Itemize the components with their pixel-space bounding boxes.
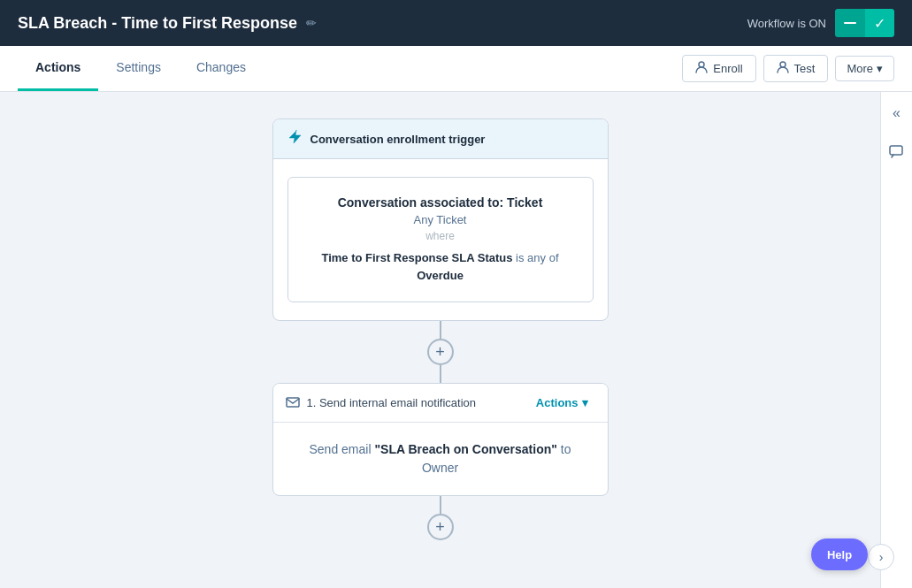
collapse-sidebar-btn[interactable]: « bbox=[885, 101, 909, 126]
help-button[interactable]: Help bbox=[811, 538, 868, 570]
tab-changes[interactable]: Changes bbox=[179, 46, 264, 91]
enroll-icon bbox=[695, 61, 708, 76]
trigger-header-text: Conversation enrollment trigger bbox=[310, 133, 486, 146]
tab-settings[interactable]: Settings bbox=[98, 46, 179, 91]
action-desc-quoted: "SLA Breach on Conversation" bbox=[374, 442, 556, 456]
trigger-card: Conversation enrollment trigger Conversa… bbox=[272, 118, 609, 321]
chevron-right-icon: › bbox=[879, 550, 884, 564]
svg-point-1 bbox=[699, 62, 704, 67]
comments-btn[interactable] bbox=[885, 140, 909, 164]
action-desc-owner: Owner bbox=[422, 461, 458, 475]
nav-bar: Actions Settings Changes Enroll Test bbox=[0, 46, 912, 92]
workflow-content: Conversation enrollment trigger Conversa… bbox=[149, 118, 732, 540]
action-header-left: 1. Send internal email notification bbox=[286, 395, 477, 410]
enroll-button[interactable]: Enroll bbox=[682, 55, 755, 82]
trigger-condition-value: Overdue bbox=[417, 269, 464, 282]
nav-tabs: Actions Settings Changes bbox=[18, 46, 264, 91]
more-chevron-icon: ▾ bbox=[877, 62, 883, 75]
trigger-condition: Time to First Response SLA Status is any… bbox=[306, 249, 575, 284]
action-card: 1. Send internal email notification Acti… bbox=[272, 383, 609, 496]
person-icon bbox=[695, 61, 708, 73]
add-step-btn-1[interactable]: + bbox=[427, 339, 454, 365]
envelope-icon bbox=[286, 397, 300, 408]
trigger-body: Conversation associated to: Ticket Any T… bbox=[273, 159, 608, 320]
test-icon bbox=[777, 61, 789, 76]
trigger-inner-card[interactable]: Conversation associated to: Ticket Any T… bbox=[287, 177, 594, 302]
email-icon bbox=[286, 395, 300, 410]
add-step-btn-2[interactable]: + bbox=[427, 514, 454, 540]
toggle-left[interactable] bbox=[835, 9, 865, 37]
svg-rect-3 bbox=[287, 398, 299, 407]
action-dropdown-label: Actions bbox=[536, 396, 579, 409]
connector-line-3 bbox=[440, 496, 441, 514]
toggle-right[interactable]: ✓ bbox=[865, 9, 894, 37]
trigger-any-ticket: Any Ticket bbox=[306, 213, 575, 226]
action-desc-suffix: to bbox=[557, 442, 571, 456]
test-button[interactable]: Test bbox=[763, 55, 829, 82]
dropdown-chevron-icon: ▾ bbox=[582, 396, 588, 409]
person-icon-2 bbox=[777, 61, 789, 73]
action-header: 1. Send internal email notification Acti… bbox=[273, 384, 608, 423]
connector-2: + bbox=[427, 496, 454, 540]
page-title: SLA Breach - Time to First Response bbox=[18, 14, 297, 33]
trigger-condition-prefix: Time to First Response SLA Status bbox=[321, 251, 512, 264]
action-description: Send email "SLA Breach on Conversation" … bbox=[291, 440, 590, 477]
workflow-toggle-btn[interactable]: ✓ bbox=[835, 9, 894, 37]
main-canvas: Conversation enrollment trigger Conversa… bbox=[0, 92, 912, 588]
trigger-icon bbox=[287, 130, 303, 148]
action-dropdown-btn[interactable]: Actions ▾ bbox=[529, 393, 595, 413]
enroll-label: Enroll bbox=[713, 62, 742, 75]
toggle-line-icon bbox=[844, 19, 856, 27]
trigger-where: where bbox=[306, 230, 575, 242]
tab-actions[interactable]: Actions bbox=[18, 46, 98, 91]
trigger-association: Conversation associated to: Ticket bbox=[306, 195, 575, 210]
trigger-condition-middle: is any of bbox=[516, 251, 558, 264]
connector-line-1 bbox=[440, 321, 441, 339]
next-page-btn[interactable]: › bbox=[868, 544, 894, 570]
chat-icon bbox=[889, 145, 905, 159]
nav-actions: Enroll Test More ▾ bbox=[682, 55, 894, 82]
action-title: 1. Send internal email notification bbox=[307, 396, 477, 409]
collapse-icon: « bbox=[893, 105, 901, 121]
svg-point-2 bbox=[780, 62, 786, 67]
more-button[interactable]: More ▾ bbox=[835, 56, 894, 81]
help-label: Help bbox=[827, 548, 852, 561]
connector-1: + bbox=[427, 321, 454, 383]
connector-line-2 bbox=[440, 365, 441, 383]
right-sidebar: « bbox=[880, 92, 912, 588]
action-desc-prefix: Send email bbox=[310, 442, 375, 456]
canvas-area: Conversation enrollment trigger Conversa… bbox=[0, 92, 880, 588]
trigger-header: Conversation enrollment trigger bbox=[273, 119, 608, 159]
svg-rect-4 bbox=[890, 146, 902, 155]
more-label: More bbox=[847, 62, 873, 75]
top-header: SLA Breach - Time to First Response ✏ Wo… bbox=[0, 0, 912, 46]
bolt-icon bbox=[287, 130, 303, 144]
header-right: Workflow is ON ✓ bbox=[747, 9, 894, 37]
header-title-group: SLA Breach - Time to First Response ✏ bbox=[18, 14, 317, 33]
workflow-status-label: Workflow is ON bbox=[747, 17, 826, 30]
check-icon: ✓ bbox=[874, 15, 885, 32]
edit-icon[interactable]: ✏ bbox=[306, 16, 317, 30]
action-body: Send email "SLA Breach on Conversation" … bbox=[273, 423, 608, 495]
test-label: Test bbox=[794, 62, 816, 75]
